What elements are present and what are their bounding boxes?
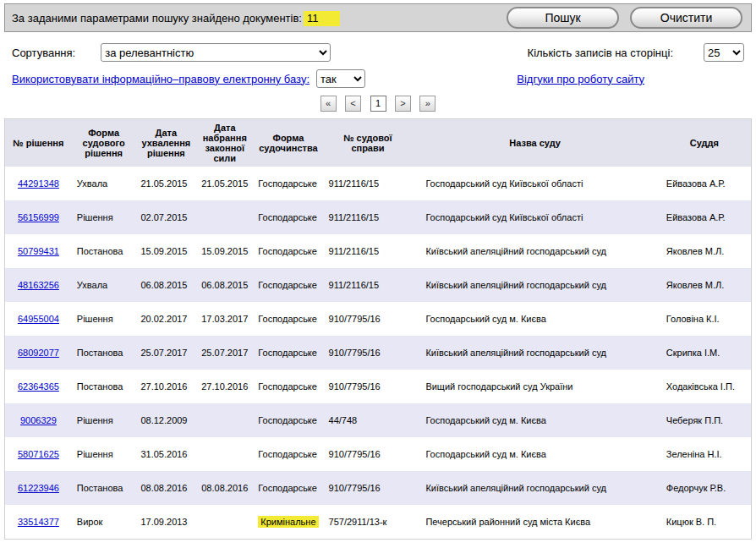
- decision-link[interactable]: 56156999: [18, 212, 59, 222]
- cell-effective: [196, 200, 253, 234]
- cell-form: Вирок: [72, 505, 136, 539]
- table-row: 62364365Постанова27.10.201627.10.2016Гос…: [5, 370, 752, 403]
- cell-justice: Господарське: [253, 302, 323, 336]
- cell-judge: Головіна К.І.: [658, 302, 752, 336]
- cell-court: Київський апеляційний господарський суд: [412, 268, 657, 302]
- cell-adopted: 15.09.2015: [135, 234, 196, 268]
- cell-case_no: 911/2116/15: [324, 167, 413, 200]
- use-legal-base-select[interactable]: так: [316, 69, 365, 88]
- results-summary: За заданими параметрами пошуку знайдено …: [12, 12, 340, 25]
- decision-link[interactable]: 68092077: [18, 348, 59, 358]
- cell-judge: Кицюк В. П.: [658, 505, 752, 539]
- cell-effective: [196, 437, 253, 471]
- col-header-court-name: Назва суду: [412, 119, 657, 167]
- cell-form: Рішення: [72, 200, 136, 234]
- search-button[interactable]: Пошук: [507, 7, 619, 29]
- cell-justice: Господарське: [253, 370, 323, 403]
- decision-link[interactable]: 61223946: [18, 483, 59, 493]
- cell-form: Ухвала: [72, 268, 136, 302]
- cell-form: Рішення: [72, 403, 136, 437]
- cell-form: Постанова: [72, 234, 136, 268]
- cell-id: 48163256: [5, 268, 72, 302]
- cell-judge: Яковлев М.Л.: [658, 234, 752, 268]
- results-count: 11: [304, 11, 341, 26]
- col-header-judge: Суддя: [658, 119, 752, 167]
- table-row: 50799431Постанова15.09.201515.09.2015Гос…: [5, 234, 752, 268]
- cell-form: Рішення: [72, 437, 136, 471]
- cell-court: Господарський суд Київської області: [412, 200, 657, 234]
- col-header-date-effective: Дата набрання законної сили: [196, 119, 253, 167]
- page-current[interactable]: 1: [370, 96, 386, 112]
- cell-court: Вищий господарський суд України: [412, 370, 657, 403]
- feedback-link[interactable]: Відгуки про роботу сайту: [517, 73, 644, 85]
- cell-case_no: 44/748: [324, 403, 413, 437]
- cell-id: 33514377: [5, 505, 72, 539]
- cell-court: Господарський суд м. Києва: [412, 437, 657, 471]
- cell-judge: Ейвазова А.Р.: [658, 200, 752, 234]
- cell-id: 56156999: [5, 200, 72, 234]
- cell-case_no: 910/7795/16: [324, 370, 413, 403]
- cell-adopted: 02.07.2015: [135, 200, 196, 234]
- decision-link[interactable]: 62364365: [18, 381, 59, 392]
- cell-adopted: 08.12.2009: [135, 403, 196, 437]
- table-row: 61223946Постанова08.08.201608.08.2016Гос…: [5, 471, 752, 505]
- results-table: № рішення Форма судового рішення Дата ух…: [4, 118, 752, 540]
- cell-effective: 15.09.2015: [196, 234, 253, 268]
- cell-adopted: 06.08.2015: [135, 268, 196, 302]
- cell-case_no: 910/7795/16: [324, 471, 413, 505]
- table-row: 56156999Рішення02.07.2015Господарське911…: [5, 200, 752, 234]
- decision-link[interactable]: 48163256: [18, 280, 59, 290]
- cell-effective: 25.07.2017: [196, 336, 253, 370]
- pagination: « < 1 > »: [0, 96, 756, 112]
- per-page-select[interactable]: 25: [704, 43, 744, 62]
- cell-case_no: 910/7795/16: [324, 336, 413, 370]
- results-topbar: За заданими параметрами пошуку знайдено …: [4, 3, 752, 32]
- use-legal-base-link[interactable]: Використовувати інформаційно–правову еле…: [12, 73, 310, 85]
- col-header-justice-form: Форма судочинства: [253, 119, 323, 167]
- controls-row-2: Використовувати інформаційно–правову еле…: [12, 69, 744, 88]
- decision-link[interactable]: 33514377: [18, 517, 59, 527]
- table-row: 44291348Ухвала21.05.201521.05.2015Господ…: [5, 167, 752, 200]
- page-prev-button[interactable]: <: [345, 96, 361, 112]
- cell-justice: Кримінальне: [253, 505, 323, 539]
- decision-link[interactable]: 9006329: [20, 415, 57, 425]
- cell-court: Київський апеляційний господарський суд: [412, 471, 657, 505]
- cell-form: Постанова: [72, 370, 136, 403]
- cell-case_no: 911/2116/15: [324, 200, 413, 234]
- cell-effective: 21.05.2015: [196, 167, 253, 200]
- cell-form: Постанова: [72, 336, 136, 370]
- cell-adopted: 08.08.2016: [135, 471, 196, 505]
- table-row: 48163256Ухвала06.08.201506.08.2015Господ…: [5, 268, 752, 302]
- cell-adopted: 20.02.2017: [135, 302, 196, 336]
- cell-id: 61223946: [5, 471, 72, 505]
- cell-court: Печерський районний суд міста Києва: [412, 505, 657, 539]
- sort-label: Сортування:: [12, 47, 75, 59]
- cell-court: Київський апеляційний господарський суд: [412, 234, 657, 268]
- search-controls: Сортування: за релевантністю Кількість з…: [0, 32, 756, 88]
- decision-link[interactable]: 50799431: [18, 246, 59, 256]
- cell-adopted: 31.05.2016: [135, 437, 196, 471]
- page-first-button[interactable]: «: [320, 96, 337, 112]
- table-row: 33514377Вирок17.09.2013Кримінальне757/29…: [5, 505, 752, 539]
- cell-case_no: 910/7795/16: [324, 437, 413, 471]
- cell-case_no: 911/2116/15: [324, 268, 413, 302]
- cell-id: 9006329: [5, 403, 72, 437]
- page-next-button[interactable]: >: [395, 96, 411, 112]
- cell-court: Господарський суд м. Києва: [412, 403, 657, 437]
- cell-case_no: 911/2116/15: [324, 234, 413, 268]
- decision-link[interactable]: 44291348: [18, 178, 59, 189]
- table-row: 64955004Рішення20.02.201717.03.2017Госпо…: [5, 302, 752, 336]
- table-row: 68092077Постанова25.07.201725.07.2017Гос…: [5, 336, 752, 370]
- cell-adopted: 21.05.2015: [135, 167, 196, 200]
- page-last-button[interactable]: »: [419, 96, 436, 112]
- sort-select[interactable]: за релевантністю: [101, 43, 331, 62]
- cell-judge: Скрипка І.М.: [658, 336, 752, 370]
- col-header-date-adopted: Дата ухвалення рішення: [135, 119, 196, 167]
- cell-id: 50799431: [5, 234, 72, 268]
- clear-button[interactable]: Очистити: [630, 7, 742, 29]
- decision-link[interactable]: 58071625: [18, 449, 59, 459]
- cell-id: 44291348: [5, 167, 72, 200]
- cell-justice: Господарське: [253, 268, 323, 302]
- cell-effective: [196, 505, 253, 539]
- decision-link[interactable]: 64955004: [18, 314, 59, 324]
